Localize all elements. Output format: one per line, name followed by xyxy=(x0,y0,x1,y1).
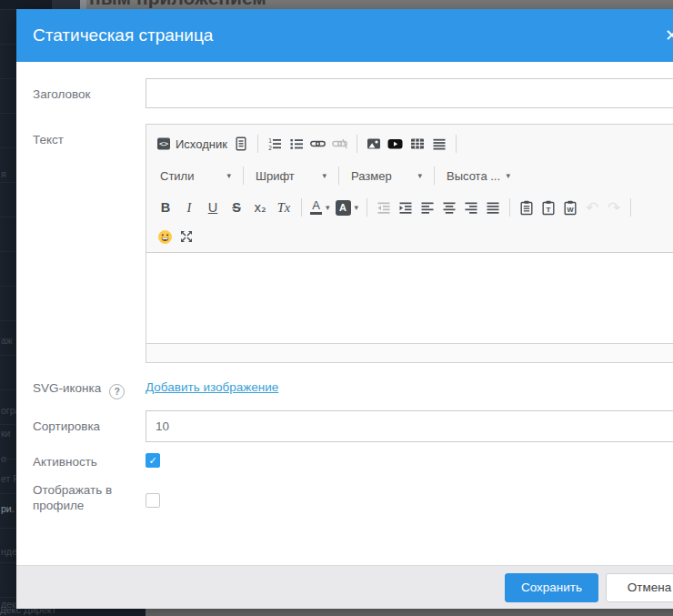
indent-icon xyxy=(398,200,413,215)
background-sidebar-bottom: декс Директ xyxy=(0,609,146,616)
horizontal-rule-button[interactable] xyxy=(428,133,450,155)
toolbar-separator xyxy=(456,135,457,153)
svg-icon-label-wrap: SVG-иконка? xyxy=(33,378,146,399)
paste-button[interactable] xyxy=(516,197,537,218)
source-button[interactable]: <> Исходник xyxy=(154,133,230,155)
italic-button[interactable]: I xyxy=(177,197,201,218)
font-dropdown[interactable]: Шрифт ▾ xyxy=(249,164,333,187)
modal-body: Заголовок Текст <> xyxy=(16,62,673,565)
chevron-down-icon: ▾ xyxy=(506,171,510,180)
profile-checkbox[interactable] xyxy=(146,493,160,508)
clipboard-word-icon: W xyxy=(563,200,578,216)
sidebar-item-fragment: дек xyxy=(1,599,16,609)
field-row-text: Текст <> Исходник xyxy=(33,124,673,363)
paste-as-text-button[interactable]: T xyxy=(537,197,559,218)
align-right-button[interactable] xyxy=(460,197,482,218)
text-color-icon: A xyxy=(310,200,322,215)
link-button[interactable] xyxy=(307,133,329,155)
svg-text:<>: <> xyxy=(159,139,168,148)
svg-text:W: W xyxy=(568,206,575,214)
sidebar-item-fragment: ет Р xyxy=(1,473,16,484)
size-dropdown[interactable]: Размер ▾ xyxy=(345,164,428,187)
background-sidebar-logo-area xyxy=(52,0,80,9)
field-row-active: Активность ✓ xyxy=(33,453,673,470)
outdent-icon xyxy=(377,200,391,215)
field-row-title: Заголовок xyxy=(33,78,673,108)
increase-indent-button[interactable] xyxy=(395,197,417,218)
profile-label: Отображать в профиле xyxy=(33,482,146,513)
templates-button[interactable] xyxy=(230,133,252,155)
editor-content-area[interactable] xyxy=(146,253,673,343)
sidebar-item-fragment: аж xyxy=(1,335,13,346)
maximize-button[interactable] xyxy=(176,226,197,247)
background-page-bottom-strip: декс Директ xyxy=(0,609,673,616)
chevron-down-icon: ▾ xyxy=(322,171,326,180)
close-icon[interactable]: ✕ xyxy=(665,9,673,62)
clipboard-text-icon: T xyxy=(541,200,556,216)
bullet-list-icon xyxy=(289,136,304,151)
text-label: Текст xyxy=(33,124,146,147)
toolbar-separator xyxy=(301,198,302,217)
styles-dropdown[interactable]: Стили ▾ xyxy=(154,164,237,187)
toolbar-separator xyxy=(257,135,258,153)
toolbar-separator xyxy=(357,135,357,153)
cancel-button[interactable]: Отмена xyxy=(606,573,673,602)
horizontal-lines-icon xyxy=(432,136,447,151)
field-row-svg-icon: SVG-иконка? Добавить изображение xyxy=(33,378,673,399)
align-right-icon xyxy=(464,200,478,215)
font-dropdown-label: Шрифт xyxy=(256,169,295,183)
align-center-icon xyxy=(442,200,457,215)
toolbar-separator xyxy=(338,167,339,185)
align-center-button[interactable] xyxy=(438,197,460,218)
bullet-list-button[interactable] xyxy=(286,133,307,155)
align-left-button[interactable] xyxy=(417,197,438,218)
toolbar-separator xyxy=(630,198,631,217)
sidebar-item-fragment: нде xyxy=(1,546,16,557)
toolbar-separator xyxy=(243,167,244,185)
sort-input[interactable] xyxy=(146,410,673,442)
justify-button[interactable] xyxy=(482,197,504,218)
background-heading-fragment: ным приложением" xyxy=(89,0,276,9)
insert-video-button[interactable] xyxy=(385,133,407,155)
line-height-dropdown-label: Высота ... xyxy=(447,169,500,183)
numbered-list-button[interactable]: 1 2 xyxy=(264,133,286,155)
background-page-top-strip: ным приложением" xyxy=(0,0,673,9)
title-label: Заголовок xyxy=(33,78,146,102)
decrease-indent-button[interactable] xyxy=(373,197,395,218)
field-row-profile: Отображать в профиле xyxy=(33,482,673,513)
paste-from-word-button[interactable]: W xyxy=(559,197,581,218)
line-height-dropdown[interactable]: Высота ... ▾ xyxy=(440,164,517,187)
image-icon xyxy=(367,136,381,151)
emoji-button[interactable] xyxy=(154,226,176,247)
undo-button[interactable]: ↶ xyxy=(581,197,603,218)
title-input[interactable] xyxy=(146,78,673,108)
unlink-button[interactable] xyxy=(329,133,351,155)
bold-button[interactable]: B xyxy=(154,197,177,218)
strikethrough-button[interactable]: S xyxy=(225,197,248,218)
chevron-down-icon: ▾ xyxy=(355,203,359,212)
active-checkbox[interactable]: ✓ xyxy=(146,453,160,468)
rich-text-editor: <> Исходник xyxy=(146,124,673,363)
modal-title: Статическая страница xyxy=(33,25,213,45)
maximize-icon xyxy=(179,229,194,244)
insert-image-button[interactable] xyxy=(363,133,385,155)
document-template-icon xyxy=(234,136,248,151)
table-icon xyxy=(410,136,425,151)
text-color-button[interactable]: A ▾ xyxy=(307,197,333,218)
add-image-link[interactable]: Добавить изображение xyxy=(146,378,278,394)
modal-header: Статическая страница ✕ xyxy=(16,9,673,62)
help-icon[interactable]: ? xyxy=(109,384,125,399)
toolbar-separator xyxy=(434,167,435,185)
underline-button[interactable]: U xyxy=(201,197,225,218)
subscript-button[interactable]: x₂ xyxy=(248,197,272,218)
insert-table-button[interactable] xyxy=(407,133,428,155)
save-button[interactable]: Сохранить xyxy=(505,573,598,602)
styles-dropdown-label: Стили xyxy=(160,169,194,183)
editor-status-bar xyxy=(146,343,673,362)
background-color-button[interactable]: A ▾ xyxy=(333,197,362,218)
redo-button[interactable]: ↷ xyxy=(603,197,625,218)
numbered-list-icon: 1 2 xyxy=(267,136,282,151)
toolbar-row-3: B I U S x₂ Tx A xyxy=(154,192,673,223)
remove-format-button[interactable]: Tx xyxy=(272,197,296,218)
background-color-icon: A xyxy=(336,200,351,216)
